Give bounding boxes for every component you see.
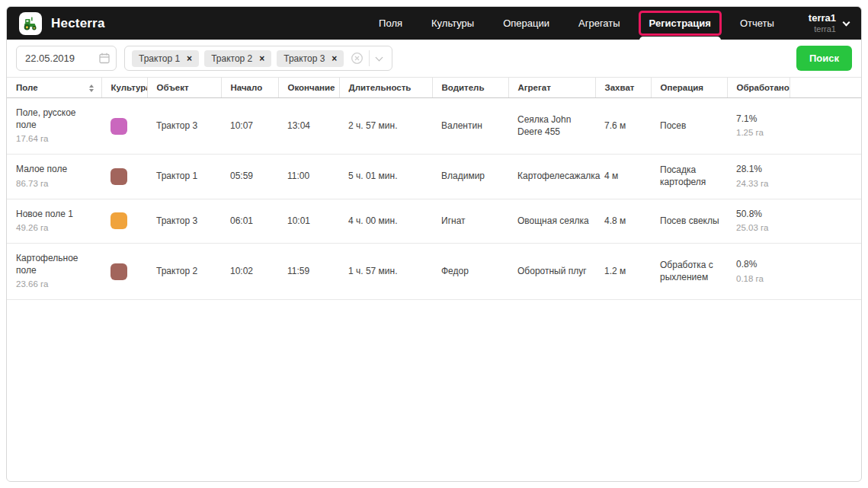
processed-area: 0.18 га <box>736 273 786 285</box>
column-header-2[interactable]: Культура <box>101 78 147 98</box>
user-name: terra1 <box>809 12 836 24</box>
filter-chip: Трактор 3× <box>277 50 344 67</box>
field-name: Новое поле 1 <box>16 209 98 221</box>
column-header-10[interactable]: Операция <box>651 78 727 98</box>
main-nav: ПоляКультурыОперацииАгрегатыРегистрацияО… <box>370 7 783 40</box>
cell-width: 4 м <box>595 155 651 199</box>
column-header-empty <box>790 78 861 98</box>
cell-end: 13:04 <box>278 98 339 155</box>
tractor-multiselect[interactable]: Трактор 1×Трактор 2×Трактор 3× <box>124 46 392 71</box>
cell-implement: Сеялка John Deere 455 <box>508 98 595 155</box>
cell-duration: 1 ч. 57 мин. <box>339 244 432 300</box>
cell-object: Трактор 3 <box>147 98 221 155</box>
table-row[interactable]: Поле, русское поле17.64 гаТрактор 310:07… <box>7 98 861 155</box>
nav-item-operations[interactable]: Операции <box>495 13 558 33</box>
column-header-3[interactable]: Объект <box>147 78 221 98</box>
processed-area: 25.03 га <box>736 222 786 234</box>
cell-operation: Обработка с рыхлением <box>651 244 727 300</box>
cell-processed: 0.8%0.18 га <box>727 244 790 300</box>
chips-container: Трактор 1×Трактор 2×Трактор 3× <box>132 50 344 67</box>
user-account: terra1 <box>814 24 836 35</box>
nav-item-fields[interactable]: Поля <box>370 13 411 33</box>
culture-color-swatch <box>111 168 127 185</box>
filter-bar: Трактор 1×Трактор 2×Трактор 3× Поиск <box>7 40 861 78</box>
sort-up-arrow <box>89 85 94 88</box>
cell-duration: 2 ч. 57 мин. <box>339 98 432 155</box>
cell-empty <box>790 155 861 199</box>
filter-chip: Трактор 2× <box>204 50 271 67</box>
nav-item-registration[interactable]: Регистрация <box>641 13 719 33</box>
column-header-4[interactable]: Начало <box>221 78 278 98</box>
cell-driver: Валентин <box>432 98 508 155</box>
column-header-7[interactable]: Водитель <box>432 78 508 98</box>
cell-object: Трактор 2 <box>147 244 221 300</box>
select-chevron-down-icon[interactable] <box>376 53 383 61</box>
cell-width: 4.8 м <box>595 199 651 244</box>
chip-label: Трактор 1 <box>139 53 180 64</box>
cell-object: Трактор 3 <box>147 199 221 244</box>
column-header-11[interactable]: Обработано <box>727 78 790 98</box>
user-menu[interactable]: terra1 terra1 <box>809 12 849 35</box>
cell-empty <box>790 199 861 244</box>
culture-color-swatch <box>111 118 127 135</box>
culture-color-swatch <box>111 263 127 280</box>
cell-culture <box>101 155 147 199</box>
filter-chip: Трактор 1× <box>132 50 199 67</box>
calendar-icon[interactable] <box>98 52 111 64</box>
chip-remove-icon[interactable]: × <box>332 54 337 63</box>
field-name: Поле, русское поле <box>16 107 98 131</box>
cell-empty <box>790 98 861 155</box>
cell-start: 10:02 <box>221 244 278 300</box>
chip-label: Трактор 2 <box>211 53 252 64</box>
cell-processed: 28.1%24.33 га <box>727 155 790 199</box>
cell-field: Поле, русское поле17.64 га <box>7 98 101 155</box>
nav-item-units[interactable]: Агрегаты <box>570 13 629 33</box>
table-row[interactable]: Малое поле86.73 гаТрактор 105:5911:005 ч… <box>7 155 861 199</box>
processed-area: 24.33 га <box>736 178 786 190</box>
cell-operation: Посев свеклы <box>651 199 727 244</box>
nav-item-crops[interactable]: Культуры <box>423 13 482 33</box>
chevron-down-icon <box>843 18 850 26</box>
cell-end: 10:01 <box>278 199 339 244</box>
cell-object: Трактор 1 <box>147 155 221 199</box>
field-area: 86.73 га <box>16 178 98 190</box>
field-area: 49.26 га <box>16 222 98 234</box>
cell-start: 05:59 <box>221 155 278 199</box>
field-name: Малое поле <box>16 164 98 176</box>
column-header-9[interactable]: Захват <box>595 78 651 98</box>
cell-processed: 50.8%25.03 га <box>727 199 790 244</box>
chip-remove-icon[interactable]: × <box>259 54 264 63</box>
nav-item-reports[interactable]: Отчеты <box>732 13 783 33</box>
cell-end: 11:00 <box>278 155 339 199</box>
table-row[interactable]: Новое поле 149.26 гаТрактор 306:0110:014… <box>7 199 861 244</box>
brand[interactable]: Hecterra <box>19 12 105 35</box>
column-header-6[interactable]: Длительность <box>339 78 432 98</box>
cell-culture <box>101 98 147 155</box>
table-body: Поле, русское поле17.64 гаТрактор 310:07… <box>7 98 861 300</box>
cell-culture <box>101 244 147 300</box>
hecterra-tractor-logo-icon <box>19 12 42 35</box>
cell-driver: Игнат <box>432 199 508 244</box>
sort-down-arrow <box>89 89 94 92</box>
cell-driver: Федор <box>432 244 508 300</box>
cell-culture <box>101 199 147 244</box>
cell-operation: Посадка картофеля <box>651 155 727 199</box>
chip-remove-icon[interactable]: × <box>187 54 192 63</box>
culture-color-swatch <box>111 212 127 229</box>
column-header-5[interactable]: Окончание <box>278 78 339 98</box>
sort-icon[interactable] <box>89 85 94 92</box>
cell-duration: 4 ч. 00 мин. <box>339 199 432 244</box>
cell-implement: Овощная сеялка <box>508 199 595 244</box>
column-header-8[interactable]: Агрегат <box>508 78 595 98</box>
cell-processed: 7.1%1.25 га <box>727 98 790 155</box>
cell-duration: 5 ч. 01 мин. <box>339 155 432 199</box>
cell-width: 1.2 м <box>595 244 651 300</box>
table-row[interactable]: Картофельное поле23.66 гаТрактор 210:021… <box>7 244 861 300</box>
clear-all-icon[interactable] <box>351 52 364 65</box>
search-button[interactable]: Поиск <box>796 46 852 71</box>
processed-percent: 28.1% <box>736 164 786 176</box>
cell-driver: Владимир <box>432 155 508 199</box>
processed-percent: 7.1% <box>736 113 786 126</box>
cell-width: 7.6 м <box>595 98 651 155</box>
column-header-1[interactable]: Поле <box>7 78 101 98</box>
